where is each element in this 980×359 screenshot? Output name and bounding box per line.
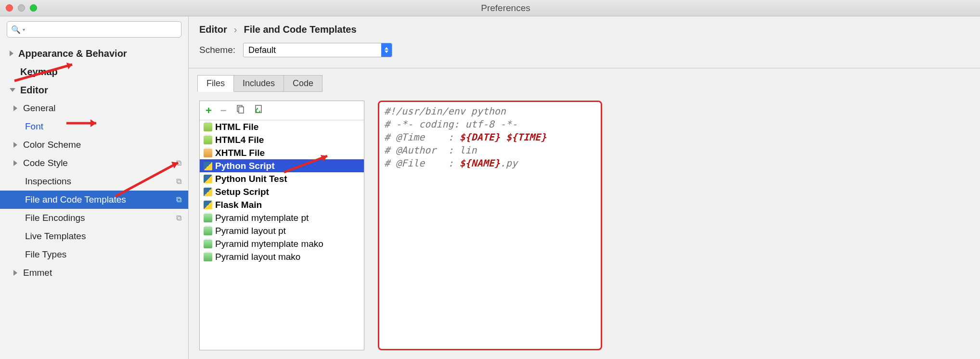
minimize-window-button[interactable] xyxy=(18,4,25,12)
add-template-button[interactable]: + xyxy=(206,104,212,117)
scope-icon: ⧉ xyxy=(176,195,181,204)
scope-icon: ⧉ xyxy=(176,177,181,186)
search-input[interactable] xyxy=(27,25,177,34)
template-tabs: Files Includes Code xyxy=(197,75,971,92)
sidebar-item-inspections[interactable]: Inspections ⧉ xyxy=(0,172,188,191)
template-list-item[interactable]: Pyramid mytemplate pt xyxy=(200,211,364,224)
sidebar-item-keymap[interactable]: Keymap xyxy=(0,63,188,81)
sidebar-item-emmet[interactable]: Emmet xyxy=(0,264,188,282)
sidebar-item-editor[interactable]: Editor xyxy=(0,81,188,99)
file-type-icon xyxy=(204,149,212,157)
file-type-icon xyxy=(204,201,212,209)
font-link[interactable]: Font xyxy=(25,121,43,132)
revert-template-button[interactable] xyxy=(254,104,263,117)
copy-template-button[interactable] xyxy=(235,104,245,117)
settings-tree: Appearance & Behavior Keymap Editor Gene… xyxy=(0,42,188,284)
scope-icon: ⧉ xyxy=(176,159,181,167)
tab-code[interactable]: Code xyxy=(284,75,322,92)
code-line: #!/usr/bin/env python xyxy=(384,105,506,117)
template-list-panel: + − HTML FileHTML4 FileXHTML FilePython … xyxy=(199,101,364,350)
template-list-item[interactable]: Pyramid mytemplate mako xyxy=(200,237,364,250)
template-item-label: Python Unit Test xyxy=(215,174,287,184)
search-box[interactable]: 🔍 ▾ xyxy=(7,21,181,38)
remove-template-button[interactable]: − xyxy=(220,104,227,117)
sidebar-item-file-encodings[interactable]: File Encodings ⧉ xyxy=(0,209,188,227)
template-item-label: XHTML File xyxy=(215,148,265,158)
sidebar-item-file-types[interactable]: File Types xyxy=(0,245,188,264)
scheme-label: Scheme: xyxy=(199,45,235,55)
code-text: .py xyxy=(500,157,517,169)
sidebar-item-appearance[interactable]: Appearance & Behavior xyxy=(0,44,188,63)
template-list-item[interactable]: Flask Main xyxy=(200,198,364,211)
template-variable: ${DATE} xyxy=(460,131,500,143)
template-list-item[interactable]: Python Unit Test xyxy=(200,172,364,185)
chevron-right-icon xyxy=(10,51,13,56)
template-variable: ${TIME} xyxy=(506,131,546,143)
sidebar-item-live-templates[interactable]: Live Templates xyxy=(0,227,188,245)
template-list-toolbar: + − xyxy=(200,101,364,120)
chevron-right-icon xyxy=(13,160,17,166)
chevron-right-icon xyxy=(13,270,17,276)
file-type-icon xyxy=(204,240,212,248)
code-line: # @File : xyxy=(384,157,460,169)
scheme-value: Default xyxy=(248,45,276,55)
template-list-item[interactable]: Setup Script xyxy=(200,185,364,198)
tab-files[interactable]: Files xyxy=(197,75,234,92)
code-line: # @Author : lin xyxy=(384,144,477,156)
code-line: # -*- coding: utf-8 -*- xyxy=(384,118,517,130)
content-pane: Editor › File and Code Templates Scheme:… xyxy=(189,16,980,359)
file-type-icon xyxy=(204,227,212,235)
template-list-item[interactable]: HTML4 File xyxy=(200,133,364,146)
chevron-down-icon xyxy=(10,88,15,92)
template-editor[interactable]: #!/usr/bin/env python # -*- coding: utf-… xyxy=(378,101,602,350)
sidebar-item-color-scheme[interactable]: Color Scheme xyxy=(0,136,188,154)
file-type-icon xyxy=(204,253,212,261)
search-dropdown-icon: ▾ xyxy=(23,27,25,32)
file-type-icon xyxy=(204,136,212,144)
sidebar-item-general[interactable]: General xyxy=(0,99,188,117)
template-item-label: Pyramid layout pt xyxy=(215,226,286,236)
template-file-list: HTML FileHTML4 FileXHTML FilePython Scri… xyxy=(200,120,364,350)
file-type-icon xyxy=(204,188,212,196)
settings-sidebar: 🔍 ▾ Appearance & Behavior Keymap Editor … xyxy=(0,16,189,359)
chevron-right-icon xyxy=(13,142,17,148)
sidebar-item-font[interactable]: Font xyxy=(0,117,188,136)
code-line: # @Time : xyxy=(384,131,460,143)
template-variable: ${NAME} xyxy=(460,157,500,169)
tab-includes[interactable]: Includes xyxy=(234,75,284,92)
template-item-label: HTML File xyxy=(215,122,258,132)
template-item-label: Pyramid mytemplate mako xyxy=(215,239,323,249)
breadcrumb: Editor › File and Code Templates xyxy=(189,16,980,38)
window-controls xyxy=(6,4,37,12)
template-item-label: Pyramid mytemplate pt xyxy=(215,213,309,223)
template-item-label: Flask Main xyxy=(215,200,262,210)
search-icon: 🔍 xyxy=(11,25,21,34)
sidebar-item-code-style[interactable]: Code Style ⧉ xyxy=(0,154,188,172)
template-list-item[interactable]: Pyramid layout pt xyxy=(200,224,364,237)
scope-icon: ⧉ xyxy=(176,214,181,222)
window-title: Preferences xyxy=(37,3,974,13)
template-item-label: Pyramid layout mako xyxy=(215,252,300,262)
file-type-icon xyxy=(204,175,212,183)
breadcrumb-editor[interactable]: Editor xyxy=(199,24,227,35)
file-type-icon xyxy=(204,214,212,222)
file-type-icon xyxy=(204,123,212,131)
maximize-window-button[interactable] xyxy=(30,4,37,12)
breadcrumb-current: File and Code Templates xyxy=(244,24,356,35)
svg-rect-1 xyxy=(239,107,244,113)
template-item-label: Setup Script xyxy=(215,187,269,197)
template-item-label: HTML4 File xyxy=(215,135,264,145)
template-list-item[interactable]: HTML File xyxy=(200,120,364,133)
scheme-row: Scheme: Default xyxy=(189,38,980,68)
sidebar-item-file-code-templates[interactable]: File and Code Templates ⧉ xyxy=(0,191,188,209)
template-item-label: Python Script xyxy=(215,161,275,171)
template-list-item[interactable]: XHTML File xyxy=(200,146,364,159)
file-type-icon xyxy=(204,162,212,170)
chevron-right-icon xyxy=(13,105,17,111)
titlebar: Preferences xyxy=(0,0,980,16)
scheme-select[interactable]: Default xyxy=(243,43,392,57)
template-list-item[interactable]: Pyramid layout mako xyxy=(200,250,364,263)
close-window-button[interactable] xyxy=(6,4,13,12)
template-list-item[interactable]: Python Script xyxy=(200,159,364,172)
breadcrumb-separator-icon: › xyxy=(234,24,237,35)
